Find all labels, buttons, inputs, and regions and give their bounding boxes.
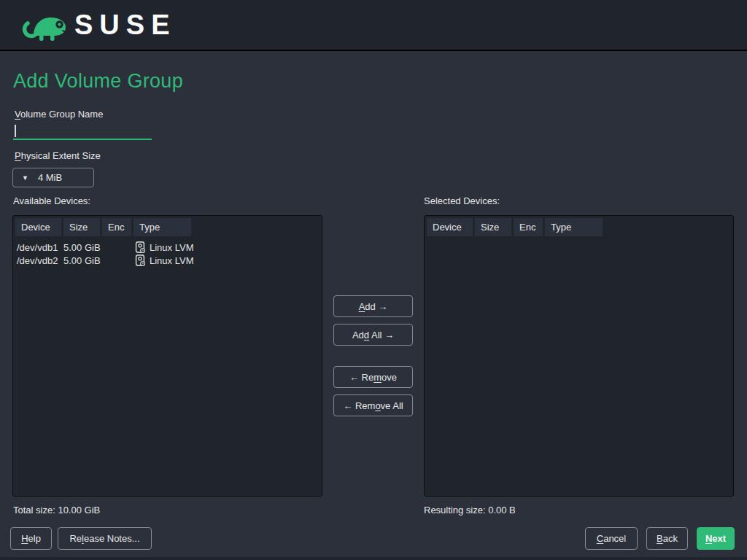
page-title: Add Volume Group: [13, 70, 183, 93]
available-devices-label: Available Devices:: [13, 195, 90, 206]
selected-devices-table: Device Size Enc Type: [424, 215, 734, 497]
back-button[interactable]: Back: [646, 527, 688, 550]
release-notes-button[interactable]: Release Notes...: [58, 527, 152, 550]
type-cell: Linux LVM: [135, 241, 193, 253]
physical-extent-size-label: Physical Extent Size: [15, 150, 101, 161]
type-label: Linux LVM: [150, 242, 193, 253]
available-devices-table-body: /dev/vdb1 5.00 GiB Linux LVM /dev/vdb2 5…: [13, 238, 322, 267]
physical-extent-size-value: 4 MiB: [38, 172, 62, 183]
suse-wordmark: SUSE: [74, 9, 176, 41]
next-button[interactable]: Next: [697, 527, 735, 550]
remove-button[interactable]: ← Remove: [333, 366, 413, 388]
size-cell: 5.00 GiB: [63, 255, 102, 266]
suse-chameleon-icon: [18, 8, 69, 44]
volume-group-name-input[interactable]: [13, 122, 152, 140]
available-devices-table-header: Device Size Enc Type: [13, 216, 322, 238]
column-header-type[interactable]: Type: [545, 218, 603, 236]
column-header-enc[interactable]: Enc: [102, 218, 131, 236]
device-cell: /dev/vdb2: [17, 255, 63, 266]
selected-devices-table-body: [425, 238, 733, 241]
volume-group-name-label: Volume Group Name: [15, 109, 103, 120]
type-cell: Linux LVM: [135, 254, 193, 266]
dropdown-arrow-icon: ▼: [22, 174, 28, 182]
column-header-device[interactable]: Device: [427, 218, 473, 236]
device-cell: /dev/vdb1: [17, 242, 63, 253]
top-bar: SUSE: [0, 0, 747, 51]
column-header-enc[interactable]: Enc: [514, 218, 543, 236]
help-button[interactable]: Help: [10, 527, 52, 550]
physical-extent-size-select[interactable]: ▼ 4 MiB: [12, 168, 94, 187]
yast-add-volume-group-screen: SUSE Add Volume Group Volume Group Name …: [0, 0, 747, 560]
add-all-button[interactable]: Add All →: [333, 324, 413, 346]
column-header-size[interactable]: Size: [63, 218, 100, 236]
resulting-size-label: Resulting size: 0.00 B: [424, 505, 516, 516]
column-header-device[interactable]: Device: [15, 218, 61, 236]
lvm-partition-icon: [135, 254, 145, 266]
selected-devices-label: Selected Devices:: [424, 195, 500, 206]
total-size-label: Total size: 10.00 GiB: [13, 505, 100, 516]
add-button[interactable]: Add →: [333, 295, 413, 317]
lvm-partition-icon: [135, 241, 145, 253]
table-row[interactable]: /dev/vdb1 5.00 GiB Linux LVM: [13, 241, 322, 254]
remove-all-button[interactable]: ← Remove All: [333, 394, 413, 416]
available-devices-table: Device Size Enc Type /dev/vdb1 5.00 GiB …: [12, 215, 322, 497]
table-row[interactable]: /dev/vdb2 5.00 GiB Linux LVM: [13, 254, 322, 267]
volume-group-name-field-wrap: [13, 122, 152, 141]
column-header-type[interactable]: Type: [133, 218, 191, 236]
bottom-edge-strip: [0, 557, 747, 560]
cancel-button[interactable]: Cancel: [585, 527, 638, 550]
selected-devices-table-header: Device Size Enc Type: [425, 216, 733, 238]
size-cell: 5.00 GiB: [63, 242, 102, 253]
text-cursor: [15, 125, 16, 137]
type-label: Linux LVM: [150, 255, 193, 266]
column-header-size[interactable]: Size: [475, 218, 511, 236]
